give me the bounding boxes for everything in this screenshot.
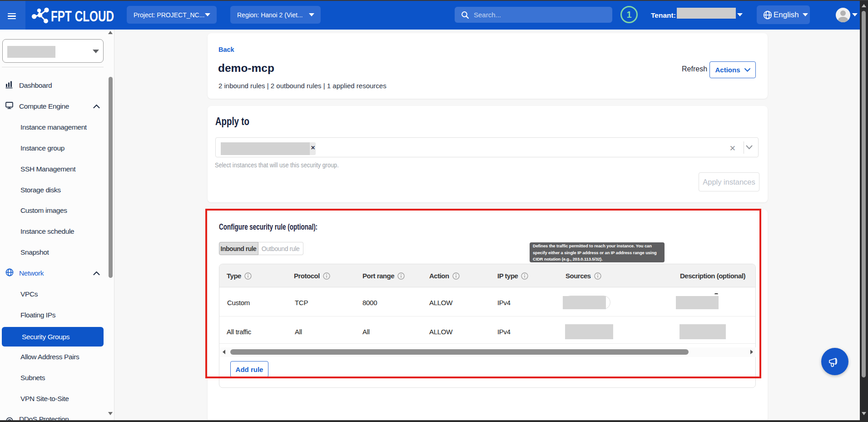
svg-text:FPT CLOUD: FPT CLOUD xyxy=(51,8,114,25)
